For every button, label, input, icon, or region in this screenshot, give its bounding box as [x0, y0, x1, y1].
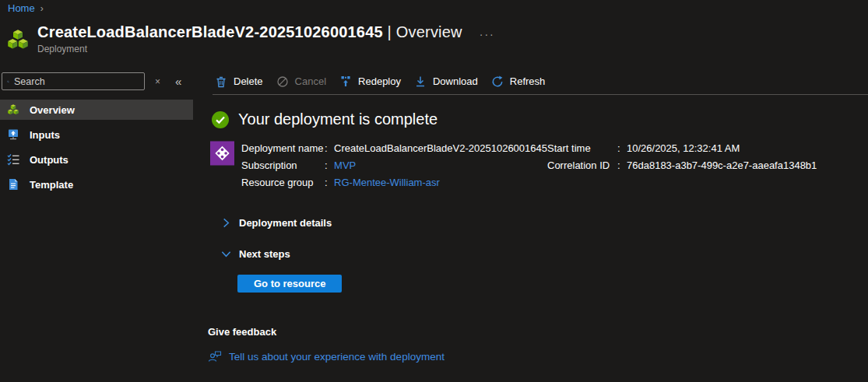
colon: : — [617, 157, 627, 174]
refresh-button[interactable]: Refresh — [491, 75, 546, 88]
sidebar-item-label: Inputs — [30, 129, 60, 141]
sidebar-collapse-icon[interactable]: « — [175, 75, 181, 88]
download-label: Download — [433, 75, 478, 87]
go-to-resource-button[interactable]: Go to resource — [237, 275, 342, 293]
more-options-icon[interactable]: ··· — [480, 28, 495, 40]
redeploy-button[interactable]: Redeploy — [339, 75, 401, 88]
essential-row-resource-group: Resource group : RG-Mentee-William-asr — [241, 174, 547, 191]
success-check-icon — [212, 111, 229, 128]
field-label: Correlation ID — [547, 157, 617, 174]
sidebar-item-overview[interactable]: Overview — [0, 100, 193, 120]
cancel-label: Cancel — [295, 75, 326, 87]
next-steps-toggle[interactable]: Next steps — [220, 248, 868, 260]
template-icon — [7, 178, 19, 191]
deployment-details-label: Deployment details — [239, 217, 332, 229]
refresh-icon — [491, 75, 504, 88]
toolbar: Delete Cancel Redeploy Download Refresh — [193, 68, 868, 94]
toolbar-divider — [213, 94, 868, 95]
page-subtitle: Deployment — [37, 44, 495, 54]
chevron-right-icon — [220, 217, 232, 229]
outputs-icon — [7, 153, 19, 166]
breadcrumb: Home› — [8, 2, 44, 14]
feedback-heading: Give feedback — [208, 326, 868, 338]
field-label: Resource group — [241, 174, 325, 191]
inputs-icon — [7, 128, 19, 141]
breadcrumb-separator-icon: › — [40, 3, 44, 14]
colon: : — [325, 157, 334, 174]
correlation-id-value: 76da8183-a3b7-499c-a2e7-aaeafa1348b1 — [627, 157, 817, 174]
redeploy-icon — [339, 75, 352, 88]
sidebar: × « Overview Inputs Outputs Template — [0, 68, 193, 382]
start-time-value: 10/26/2025, 12:32:41 AM — [627, 140, 740, 157]
deployment-diamond-icon — [210, 140, 234, 166]
sidebar-item-label: Template — [30, 179, 73, 191]
colon: : — [325, 174, 334, 191]
subscription-link[interactable]: MVP — [334, 157, 356, 174]
search-box[interactable] — [2, 72, 145, 90]
trash-icon — [215, 75, 227, 88]
colon: : — [325, 140, 334, 157]
field-label: Deployment name — [241, 140, 325, 157]
deployment-name-value: CreateLoadBalancerBladeV2-20251026001645 — [334, 140, 547, 157]
feedback-section: Give feedback Tell us about your experie… — [208, 326, 868, 363]
deployment-details-toggle[interactable]: Deployment details — [220, 217, 868, 229]
resource-group-link[interactable]: RG-Mentee-William-asr — [334, 174, 440, 191]
status-message: Your deployment is complete — [238, 110, 438, 128]
cancel-icon — [276, 75, 289, 88]
refresh-label: Refresh — [510, 75, 546, 87]
deployment-cubes-icon — [7, 103, 19, 116]
deployment-title-name: CreateLoadBalancerBladeV2-20251026001645 — [37, 23, 383, 40]
essential-row-deployment-name: Deployment name : CreateLoadBalancerBlad… — [241, 140, 547, 157]
chevron-down-icon — [220, 248, 232, 260]
sidebar-item-label: Overview — [30, 104, 75, 116]
sidebar-nav: Overview Inputs Outputs Template — [0, 100, 193, 195]
feedback-person-icon — [208, 350, 222, 363]
deployment-cubes-icon — [6, 28, 30, 51]
breadcrumb-home-link[interactable]: Home — [8, 2, 35, 14]
feedback-link[interactable]: Tell us about your experience with deplo… — [229, 351, 445, 363]
deployment-title-suffix: | Overview — [388, 23, 462, 40]
sidebar-item-template[interactable]: Template — [0, 174, 193, 195]
redeploy-label: Redeploy — [358, 75, 401, 87]
deployment-essentials: Deployment name : CreateLoadBalancerBlad… — [210, 140, 868, 191]
field-label: Subscription — [241, 157, 325, 174]
search-clear-icon[interactable]: × — [155, 76, 160, 87]
page-header: CreateLoadBalancerBladeV2-20251026001645… — [6, 23, 495, 54]
sidebar-item-outputs[interactable]: Outputs — [0, 149, 193, 170]
essential-row-start-time: Start time : 10/26/2025, 12:32:41 AM — [547, 140, 817, 157]
main-content: Delete Cancel Redeploy Download Refresh … — [193, 68, 868, 382]
colon: : — [617, 140, 627, 157]
delete-label: Delete — [234, 75, 263, 87]
search-input[interactable] — [14, 76, 139, 87]
deployment-status: Your deployment is complete — [212, 110, 868, 128]
sidebar-item-label: Outputs — [30, 154, 69, 166]
page-title: CreateLoadBalancerBladeV2-20251026001645… — [37, 23, 462, 41]
download-icon — [414, 75, 427, 88]
essential-row-subscription: Subscription : MVP — [241, 157, 547, 174]
essential-row-correlation-id: Correlation ID : 76da8183-a3b7-499c-a2e7… — [547, 157, 817, 174]
field-label: Start time — [547, 140, 617, 157]
delete-button[interactable]: Delete — [215, 75, 263, 88]
search-icon — [7, 76, 9, 87]
next-steps-label: Next steps — [239, 248, 290, 260]
cancel-button[interactable]: Cancel — [276, 75, 326, 88]
download-button[interactable]: Download — [414, 75, 478, 88]
sidebar-item-inputs[interactable]: Inputs — [0, 124, 193, 145]
